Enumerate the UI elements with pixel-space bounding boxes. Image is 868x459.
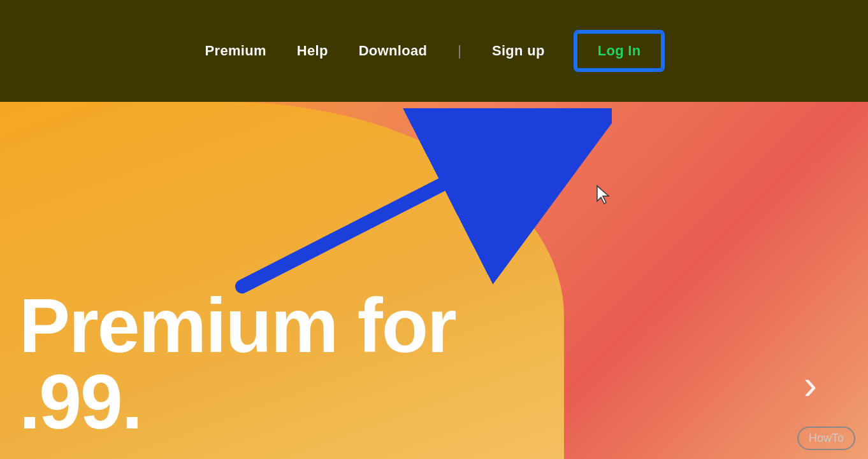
hero-title-line1: Premium for: [19, 287, 456, 364]
nav-divider: |: [458, 43, 461, 59]
navbar-inner: Premium Help Download | Sign up Log In: [205, 32, 663, 70]
howto-badge: HowTo: [797, 427, 855, 450]
navbar: Premium Help Download | Sign up Log In: [0, 0, 868, 102]
nav-link-download[interactable]: Download: [359, 43, 428, 59]
hero-section: Premium for .99. ›: [0, 102, 868, 459]
nav-link-help[interactable]: Help: [297, 43, 328, 59]
nav-link-premium[interactable]: Premium: [205, 43, 266, 59]
nav-link-signup[interactable]: Sign up: [492, 43, 545, 59]
hero-chevron-right[interactable]: ›: [804, 361, 817, 408]
hero-title-line2: .99.: [19, 364, 456, 440]
login-button[interactable]: Log In: [575, 32, 663, 70]
hero-text: Premium for .99.: [0, 287, 475, 440]
